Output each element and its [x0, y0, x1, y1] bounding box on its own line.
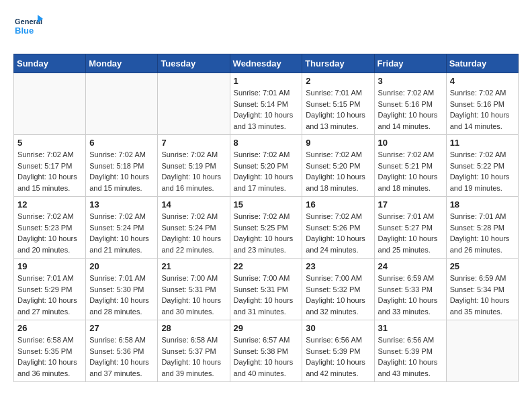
day-info: Sunrise: 6:57 AMSunset: 5:38 PMDaylight:…	[234, 334, 299, 379]
day-info: Sunrise: 6:59 AMSunset: 5:33 PMDaylight:…	[378, 273, 443, 317]
calendar-cell: 7Sunrise: 7:02 AMSunset: 5:19 PMDaylight…	[158, 135, 230, 197]
calendar-cell: 14Sunrise: 7:02 AMSunset: 5:24 PMDayligh…	[158, 197, 230, 259]
calendar-cell: 21Sunrise: 7:00 AMSunset: 5:31 PMDayligh…	[158, 259, 230, 320]
day-info: Sunrise: 7:01 AMSunset: 5:14 PMDaylight:…	[234, 87, 299, 132]
day-info: Sunrise: 7:02 AMSunset: 5:21 PMDaylight:…	[378, 149, 443, 193]
calendar-cell: 15Sunrise: 7:02 AMSunset: 5:25 PMDayligh…	[230, 197, 302, 259]
day-info: Sunrise: 6:56 AMSunset: 5:39 PMDaylight:…	[306, 334, 370, 379]
calendar-cell: 8Sunrise: 7:02 AMSunset: 5:20 PMDaylight…	[230, 135, 302, 197]
day-number: 28	[161, 323, 226, 333]
weekday-header-monday: Monday	[86, 54, 158, 73]
day-number: 10	[378, 138, 443, 148]
week-row-1: 1Sunrise: 7:01 AMSunset: 5:14 PMDaylight…	[14, 73, 519, 135]
day-number: 6	[89, 138, 154, 148]
day-info: Sunrise: 6:58 AMSunset: 5:36 PMDaylight:…	[89, 334, 154, 379]
day-number: 7	[161, 138, 226, 148]
weekday-header-thursday: Thursday	[302, 54, 374, 73]
day-number: 17	[378, 199, 443, 210]
day-number: 3	[378, 76, 443, 86]
week-row-4: 19Sunrise: 7:01 AMSunset: 5:29 PMDayligh…	[14, 259, 519, 320]
day-number: 5	[17, 138, 82, 148]
calendar-table: SundayMondayTuesdayWednesdayThursdayFrid…	[13, 54, 519, 382]
day-info: Sunrise: 7:02 AMSunset: 5:19 PMDaylight:…	[161, 149, 226, 193]
calendar-cell: 4Sunrise: 7:02 AMSunset: 5:16 PMDaylight…	[446, 73, 518, 135]
calendar-cell: 22Sunrise: 7:00 AMSunset: 5:31 PMDayligh…	[230, 259, 302, 320]
weekday-header-tuesday: Tuesday	[158, 54, 230, 73]
day-number: 26	[17, 323, 82, 333]
day-info: Sunrise: 7:02 AMSunset: 5:24 PMDaylight:…	[161, 211, 226, 255]
week-row-2: 5Sunrise: 7:02 AMSunset: 5:17 PMDaylight…	[14, 135, 519, 197]
day-info: Sunrise: 7:00 AMSunset: 5:31 PMDaylight:…	[234, 273, 299, 317]
day-info: Sunrise: 7:01 AMSunset: 5:15 PMDaylight:…	[306, 87, 370, 132]
day-number: 29	[234, 323, 299, 333]
weekday-header-saturday: Saturday	[446, 54, 518, 73]
day-info: Sunrise: 7:02 AMSunset: 5:16 PMDaylight:…	[378, 87, 443, 132]
page-header: General Blue	[13, 13, 519, 43]
day-info: Sunrise: 6:59 AMSunset: 5:34 PMDaylight:…	[450, 273, 515, 317]
week-row-5: 26Sunrise: 6:58 AMSunset: 5:35 PMDayligh…	[14, 320, 519, 382]
day-info: Sunrise: 7:02 AMSunset: 5:16 PMDaylight:…	[450, 87, 515, 132]
day-info: Sunrise: 7:02 AMSunset: 5:20 PMDaylight:…	[306, 149, 370, 193]
calendar-cell: 30Sunrise: 6:56 AMSunset: 5:39 PMDayligh…	[302, 320, 374, 382]
calendar-cell: 17Sunrise: 7:01 AMSunset: 5:27 PMDayligh…	[374, 197, 446, 259]
calendar-cell	[446, 320, 518, 382]
svg-text:Blue: Blue	[15, 26, 34, 36]
calendar-cell	[86, 73, 158, 135]
day-info: Sunrise: 7:01 AMSunset: 5:29 PMDaylight:…	[17, 273, 82, 317]
day-number: 14	[161, 199, 226, 210]
calendar-cell: 31Sunrise: 6:56 AMSunset: 5:39 PMDayligh…	[374, 320, 446, 382]
weekday-header-wednesday: Wednesday	[230, 54, 302, 73]
day-number: 8	[234, 138, 299, 148]
calendar-cell: 16Sunrise: 7:02 AMSunset: 5:26 PMDayligh…	[302, 197, 374, 259]
weekday-header-row: SundayMondayTuesdayWednesdayThursdayFrid…	[14, 54, 519, 73]
day-number: 25	[450, 261, 515, 271]
calendar-cell: 27Sunrise: 6:58 AMSunset: 5:36 PMDayligh…	[86, 320, 158, 382]
day-number: 31	[378, 323, 443, 333]
calendar-cell: 11Sunrise: 7:02 AMSunset: 5:22 PMDayligh…	[446, 135, 518, 197]
calendar-cell: 1Sunrise: 7:01 AMSunset: 5:14 PMDaylight…	[230, 73, 302, 135]
day-info: Sunrise: 7:02 AMSunset: 5:22 PMDaylight:…	[450, 149, 515, 193]
calendar-cell: 18Sunrise: 7:01 AMSunset: 5:28 PMDayligh…	[446, 197, 518, 259]
day-number: 1	[234, 76, 299, 86]
day-number: 4	[450, 76, 515, 86]
day-info: Sunrise: 7:02 AMSunset: 5:24 PMDaylight:…	[89, 211, 154, 255]
day-number: 22	[234, 261, 299, 271]
calendar-cell: 3Sunrise: 7:02 AMSunset: 5:16 PMDaylight…	[374, 73, 446, 135]
day-number: 23	[306, 261, 370, 271]
day-info: Sunrise: 6:56 AMSunset: 5:39 PMDaylight:…	[378, 334, 443, 379]
day-info: Sunrise: 7:02 AMSunset: 5:20 PMDaylight:…	[234, 149, 299, 193]
day-number: 30	[306, 323, 370, 333]
day-number: 21	[161, 261, 226, 271]
day-info: Sunrise: 7:00 AMSunset: 5:32 PMDaylight:…	[306, 273, 370, 317]
day-number: 16	[306, 199, 370, 210]
day-number: 19	[17, 261, 82, 271]
day-info: Sunrise: 7:01 AMSunset: 5:30 PMDaylight:…	[89, 273, 154, 317]
day-info: Sunrise: 7:02 AMSunset: 5:26 PMDaylight:…	[306, 211, 370, 255]
calendar-cell: 9Sunrise: 7:02 AMSunset: 5:20 PMDaylight…	[302, 135, 374, 197]
calendar-cell: 2Sunrise: 7:01 AMSunset: 5:15 PMDaylight…	[302, 73, 374, 135]
day-info: Sunrise: 7:02 AMSunset: 5:17 PMDaylight:…	[17, 149, 82, 193]
day-info: Sunrise: 7:02 AMSunset: 5:18 PMDaylight:…	[89, 149, 154, 193]
day-number: 11	[450, 138, 515, 148]
logo: General Blue	[13, 13, 43, 43]
calendar-cell: 19Sunrise: 7:01 AMSunset: 5:29 PMDayligh…	[14, 259, 86, 320]
week-row-3: 12Sunrise: 7:02 AMSunset: 5:23 PMDayligh…	[14, 197, 519, 259]
calendar-cell: 28Sunrise: 6:58 AMSunset: 5:37 PMDayligh…	[158, 320, 230, 382]
day-info: Sunrise: 7:01 AMSunset: 5:28 PMDaylight:…	[450, 211, 515, 255]
calendar-cell: 10Sunrise: 7:02 AMSunset: 5:21 PMDayligh…	[374, 135, 446, 197]
day-number: 9	[306, 138, 370, 148]
calendar-cell: 20Sunrise: 7:01 AMSunset: 5:30 PMDayligh…	[86, 259, 158, 320]
calendar-cell: 5Sunrise: 7:02 AMSunset: 5:17 PMDaylight…	[14, 135, 86, 197]
calendar-cell	[158, 73, 230, 135]
day-info: Sunrise: 6:58 AMSunset: 5:37 PMDaylight:…	[161, 334, 226, 379]
day-info: Sunrise: 7:01 AMSunset: 5:27 PMDaylight:…	[378, 211, 443, 255]
calendar-cell: 13Sunrise: 7:02 AMSunset: 5:24 PMDayligh…	[86, 197, 158, 259]
calendar-cell: 26Sunrise: 6:58 AMSunset: 5:35 PMDayligh…	[14, 320, 86, 382]
weekday-header-friday: Friday	[374, 54, 446, 73]
day-number: 13	[89, 199, 154, 210]
day-number: 20	[89, 261, 154, 271]
calendar-cell: 25Sunrise: 6:59 AMSunset: 5:34 PMDayligh…	[446, 259, 518, 320]
calendar-cell: 23Sunrise: 7:00 AMSunset: 5:32 PMDayligh…	[302, 259, 374, 320]
day-number: 15	[234, 199, 299, 210]
day-number: 12	[17, 199, 82, 210]
